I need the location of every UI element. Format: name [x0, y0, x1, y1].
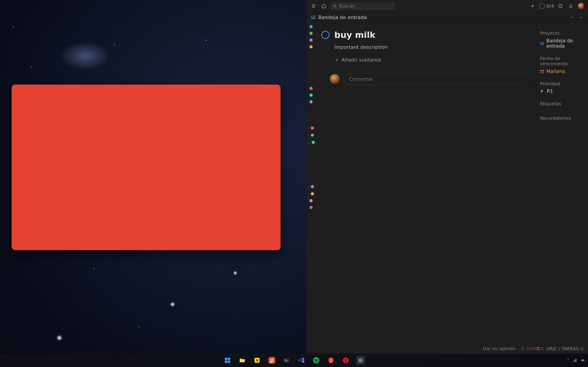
nav-project-3[interactable] — [310, 100, 313, 103]
svg-rect-12 — [284, 358, 290, 363]
chevron-right-icon: › — [308, 192, 310, 196]
nav-collapsible-2[interactable]: › — [308, 133, 314, 137]
footer-path[interactable]: URJC / TAREAS U — [546, 346, 584, 351]
side-due-value[interactable]: Mañana — [540, 69, 584, 74]
plus-icon — [334, 58, 339, 62]
side-priority-label: Prioridad — [540, 81, 584, 86]
launcher-popup: Todoist: Nueva Tarea Search "tds new buy… — [12, 84, 281, 250]
nav-filters[interactable] — [310, 45, 313, 48]
windows-taskbar: ˄ — [0, 354, 588, 367]
task-title[interactable]: buy milk — [334, 30, 375, 40]
nav-project-5[interactable] — [310, 206, 313, 209]
spotify-icon[interactable] — [312, 356, 321, 365]
calendar-icon — [540, 69, 544, 73]
explorer-icon[interactable] — [238, 356, 247, 365]
next-task-button[interactable] — [579, 15, 584, 20]
svg-rect-4 — [540, 70, 544, 73]
nav-collapsible-5[interactable]: › — [308, 192, 314, 196]
progress-count: 0/4 — [547, 3, 554, 9]
chevron-right-icon: › — [308, 185, 310, 188]
project-iconnav: › › ⌄ › › — [307, 23, 316, 354]
start-button[interactable] — [223, 356, 232, 365]
add-subtask-button[interactable]: Añadir subtarea — [333, 56, 529, 64]
svg-point-1 — [334, 5, 336, 7]
todoist-titlebar: 0/4 ? — [307, 0, 588, 12]
productivity-progress[interactable]: 0/4 — [539, 3, 554, 9]
app-icon[interactable] — [356, 356, 365, 365]
feedback-link[interactable]: Dar mi opinión — [483, 346, 516, 351]
side-priority-value[interactable]: P3 — [540, 89, 584, 94]
tray-chevron-up-icon[interactable]: ˄ — [567, 358, 569, 363]
add-subtask-label: Añadir subtarea — [342, 57, 381, 63]
task-detail-pane: buy milk Important description Añadir su… — [316, 23, 536, 354]
side-project-value[interactable]: Bandeja de entrada — [540, 38, 584, 49]
task-description[interactable]: Important description — [334, 44, 529, 50]
inbox-icon — [540, 42, 544, 45]
breadcrumb-title[interactable]: Bandeja de entrada — [318, 15, 367, 20]
nav-today[interactable] — [310, 32, 313, 35]
svg-rect-9 — [228, 360, 230, 363]
terminal-icon[interactable] — [282, 356, 291, 365]
side-due-label: Fecha de vencimiento — [540, 56, 584, 67]
user-avatar — [330, 74, 340, 84]
task-sidebar: Proyecto Bandeja de entrada Fecha de ven… — [536, 23, 588, 354]
chevron-right-icon: › — [308, 133, 310, 137]
comment-input[interactable] — [343, 73, 529, 85]
launcher-results-list: Todoist: Nueva Tarea Search "tds new buy… — [12, 100, 96, 250]
nav-collapsible-3[interactable]: ⌄ — [307, 141, 315, 144]
search-input[interactable] — [339, 3, 393, 9]
progress-ring-icon — [539, 3, 545, 9]
svg-point-18 — [360, 360, 361, 361]
divider — [333, 69, 529, 69]
brave-icon[interactable] — [327, 356, 336, 365]
trash-icon[interactable] — [536, 347, 540, 351]
side-reminders-label[interactable]: Recordatorios — [540, 116, 584, 121]
svg-rect-7 — [228, 358, 230, 360]
nav-project-1[interactable] — [310, 87, 313, 90]
help-button[interactable]: ? — [557, 2, 564, 10]
inbox-icon — [311, 15, 316, 20]
todoist-window: 0/4 ? Bandeja de entrada — [307, 0, 588, 354]
avatar-icon — [578, 3, 584, 9]
todoist-taskbar-icon[interactable] — [267, 356, 276, 365]
flag-icon — [540, 89, 545, 93]
account-avatar[interactable] — [577, 2, 585, 10]
breadcrumb-bar: Bandeja de entrada — [307, 12, 588, 23]
menu-button[interactable] — [310, 2, 317, 10]
chevron-down-icon: ⌄ — [307, 141, 310, 144]
side-labels-label[interactable]: Etiquetas — [540, 101, 584, 106]
tray-volume-icon[interactable] — [581, 358, 585, 363]
opera-icon[interactable] — [341, 356, 350, 365]
svg-rect-6 — [225, 358, 227, 360]
launcher-result-todoist-new-task[interactable]: Todoist: Nueva Tarea — [12, 100, 96, 115]
notifications-button[interactable] — [567, 2, 575, 10]
home-button[interactable] — [320, 2, 328, 10]
nav-project-4[interactable] — [310, 199, 313, 202]
svg-text:?: ? — [560, 4, 561, 8]
svg-rect-8 — [225, 360, 227, 363]
search-box[interactable] — [330, 2, 395, 10]
task-complete-checkbox[interactable] — [321, 31, 329, 39]
chevron-right-icon: › — [308, 126, 310, 130]
prev-task-button[interactable] — [570, 15, 575, 20]
nav-collapsible-4[interactable]: › — [308, 185, 314, 188]
tray-network-icon[interactable] — [573, 358, 577, 363]
nav-collapsible-1[interactable]: › — [308, 126, 314, 130]
media-player-icon[interactable] — [252, 356, 261, 365]
vscode-icon[interactable] — [297, 356, 306, 365]
nav-upcoming[interactable] — [310, 39, 313, 42]
nav-inbox[interactable] — [310, 25, 313, 28]
svg-rect-11 — [268, 357, 275, 364]
nav-project-2[interactable] — [310, 93, 313, 97]
todoist-icon — [12, 84, 281, 250]
side-project-label: Proyecto — [540, 30, 584, 36]
svg-point-15 — [345, 358, 347, 363]
search-icon — [333, 4, 337, 8]
add-task-button[interactable] — [529, 2, 536, 10]
